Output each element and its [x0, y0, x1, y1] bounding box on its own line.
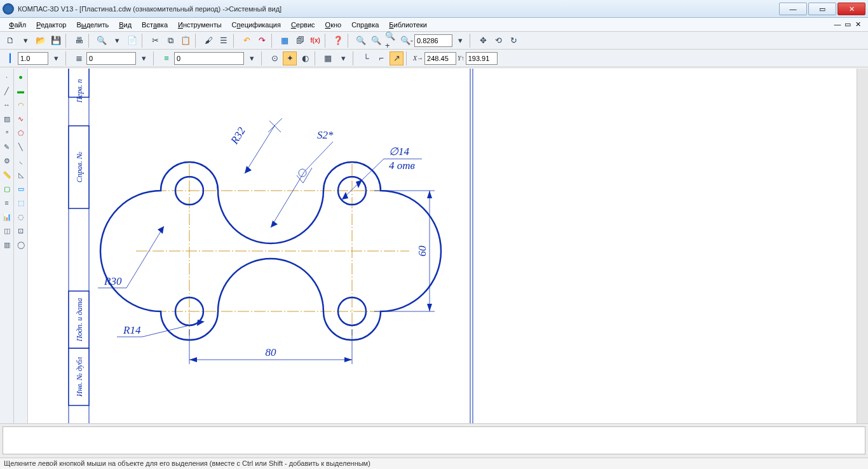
geom-spline[interactable]: ∿	[15, 113, 27, 125]
menu-view[interactable]: Вид	[114, 20, 137, 30]
geom-circle[interactable]: ●	[15, 71, 27, 83]
tool-hatch[interactable]: ▨	[1, 113, 13, 125]
geom-rect[interactable]: ▬	[15, 85, 27, 97]
minimize-button[interactable]: —	[779, 3, 807, 15]
drawing-canvas[interactable]: Перв. п Справ. № Подп. и дата Инв. № дуб…	[28, 69, 857, 423]
geom-sel4[interactable]: ⊡	[15, 225, 27, 236]
zoom-out-button[interactable]: 🔍-	[400, 34, 414, 48]
tool-view[interactable]: ▥	[1, 239, 13, 250]
zoom-prev-button[interactable]: ⟲	[491, 34, 505, 48]
zoom-combo[interactable]	[414, 34, 452, 47]
variables-button[interactable]: 🗐	[293, 34, 307, 48]
tool-dim[interactable]: ↔	[1, 99, 13, 111]
menu-select[interactable]: Выделить	[71, 20, 114, 30]
snap-mid-button[interactable]: ✦	[283, 51, 297, 65]
layer-combo[interactable]	[86, 52, 136, 65]
cut-button[interactable]: ✂	[148, 34, 162, 48]
save-button[interactable]: 💾	[49, 34, 63, 48]
menu-tools[interactable]: Инструменты	[173, 20, 227, 30]
style-dropdown[interactable]: ▾	[245, 51, 259, 65]
grid-dropdown[interactable]: ▾	[336, 51, 350, 65]
menu-edit[interactable]: Редактор	[31, 20, 71, 30]
zoom-fit-button[interactable]: 🔍	[369, 34, 383, 48]
mdi-minimize[interactable]: —	[832, 20, 843, 29]
menu-insert[interactable]: Вставка	[137, 20, 173, 30]
close-button[interactable]: ✕	[837, 3, 865, 15]
tool-edit[interactable]: ✎	[1, 141, 13, 153]
coord-y[interactable]	[466, 52, 498, 65]
menu-help[interactable]: Справка	[346, 20, 384, 30]
print-button[interactable]: 🖶	[72, 34, 86, 48]
linewidth-icon[interactable]: ┃	[3, 51, 17, 65]
ortho-button[interactable]: └	[359, 51, 373, 65]
undo-button[interactable]: ↶	[240, 34, 254, 48]
new-dropdown[interactable]: ▾	[18, 34, 32, 48]
svg-marker-21	[344, 357, 352, 362]
geom-arc[interactable]: ◠	[15, 99, 27, 111]
left-toolbar-2: ● ▬ ◠ ∿ ⬠ ╲ ◟ ◺ ▭ ⬚ ◌ ⊡ ◯	[14, 69, 28, 423]
zoom-dropdown[interactable]: ▾	[453, 34, 467, 48]
manager-button[interactable]: ▦	[278, 34, 292, 48]
fx-button[interactable]: f(x)	[308, 34, 322, 48]
paste-button[interactable]: 📋	[179, 34, 193, 48]
layer-dropdown[interactable]: ▾	[137, 51, 151, 65]
menu-window[interactable]: Окно	[320, 20, 347, 30]
lw-dropdown[interactable]: ▾	[49, 51, 63, 65]
coord-x[interactable]	[424, 52, 456, 65]
new-button[interactable]: 🗋	[3, 34, 17, 48]
geom-line2[interactable]: ╲	[15, 141, 27, 153]
redo-button[interactable]: ↷	[255, 34, 269, 48]
grid-button[interactable]: ▦	[321, 51, 335, 65]
menu-service[interactable]: Сервис	[286, 20, 320, 30]
layer-icon[interactable]: ≣	[72, 51, 86, 65]
geom-sel5[interactable]: ◯	[15, 239, 27, 250]
frame-label-3: Подп. и дата	[75, 298, 84, 342]
style-combo[interactable]	[174, 52, 244, 65]
open-button[interactable]: 📂	[34, 34, 48, 48]
zoom-in-button[interactable]: 🔍+	[384, 34, 398, 48]
vertical-scrollbar[interactable]	[857, 69, 868, 423]
menubar: ФФайлайл Редактор Выделить Вид Вставка И…	[0, 18, 868, 32]
mdi-restore[interactable]: ▭	[843, 20, 853, 29]
snap-center-button[interactable]: ◐	[298, 51, 312, 65]
geom-sel2[interactable]: ⬚	[15, 197, 27, 208]
properties-button[interactable]: ☰	[217, 34, 231, 48]
snap-end-button[interactable]: ⊙	[268, 51, 281, 65]
menu-spec[interactable]: Спецификация	[227, 20, 286, 30]
tool-report[interactable]: 📊	[1, 211, 13, 222]
tool-point[interactable]: ·	[1, 71, 13, 83]
svg-marker-20	[189, 357, 197, 362]
tool-line[interactable]: ╱	[1, 85, 13, 97]
preview-dropdown[interactable]: ▾	[110, 34, 124, 48]
doc-button[interactable]: 📄	[125, 34, 139, 48]
dim-60: 60	[416, 245, 428, 257]
ortho2-button[interactable]: ⌐	[374, 51, 388, 65]
tool-measure[interactable]: 📏	[1, 169, 13, 180]
maximize-button[interactable]: ▭	[808, 3, 836, 15]
geom-sel1[interactable]: ▭	[15, 183, 27, 194]
menu-lib[interactable]: Библиотеки	[384, 20, 432, 30]
geom-fillet[interactable]: ◟	[15, 155, 27, 167]
toolbar-standard: 🗋 ▾ 📂 💾 🖶 🔍 ▾ 📄 ✂ ⧉ 📋 🖌 ☰ ↶ ↷ ▦ 🗐 f(x) ❓…	[0, 32, 868, 50]
tool-text[interactable]: ᵃ	[1, 127, 13, 139]
preview-button[interactable]: 🔍	[95, 34, 109, 48]
copy-button[interactable]: ⧉	[163, 34, 177, 48]
format-painter-button[interactable]: 🖌	[201, 34, 215, 48]
rounding-button[interactable]: ↗	[390, 51, 403, 65]
tool-param[interactable]: ⚙	[1, 155, 13, 167]
tool-spec[interactable]: ≡	[1, 197, 13, 208]
help-button[interactable]: ❓	[331, 34, 345, 48]
geom-sel3[interactable]: ◌	[15, 211, 27, 222]
mdi-close[interactable]: ✕	[853, 20, 863, 29]
tool-select[interactable]: ▢	[1, 183, 13, 194]
linewidth-combo[interactable]	[18, 52, 48, 65]
zoom-window-button[interactable]: 🔍	[354, 34, 368, 48]
tool-insert[interactable]: ◫	[1, 225, 13, 236]
pan-button[interactable]: ✥	[476, 34, 490, 48]
geom-chamfer[interactable]: ◺	[15, 169, 27, 180]
style-icon[interactable]: ≡	[159, 51, 173, 65]
geom-poly[interactable]: ⬠	[15, 127, 27, 139]
refresh-button[interactable]: ↻	[506, 34, 520, 48]
menu-file[interactable]: ФФайлайл	[4, 20, 31, 30]
command-panel[interactable]	[3, 426, 865, 454]
